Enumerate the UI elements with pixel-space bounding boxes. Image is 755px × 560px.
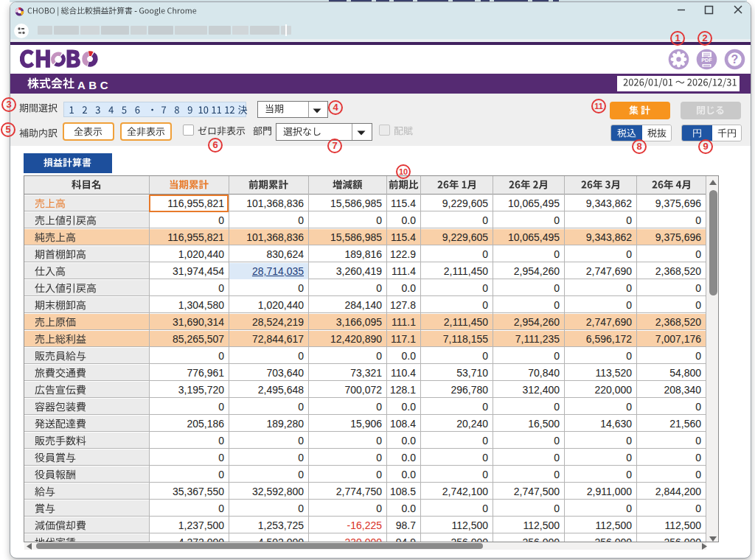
svg-text:PDF: PDF [701, 57, 712, 63]
svg-text:?: ? [731, 53, 739, 66]
